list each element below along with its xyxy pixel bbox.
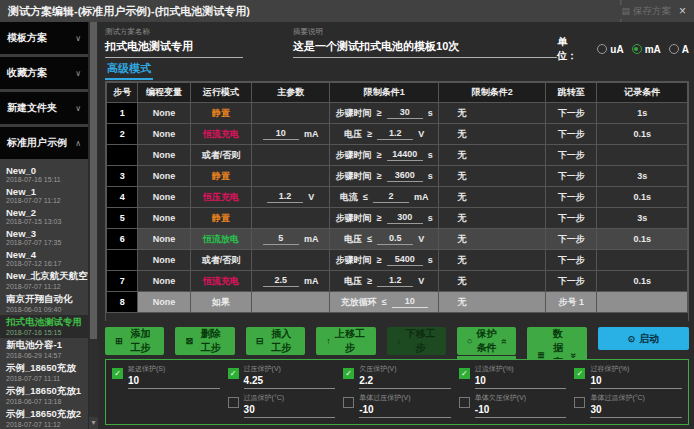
plan-name-input[interactable]: 扣式电池测试专用 bbox=[105, 39, 243, 58]
protection-value-input[interactable]: 30 bbox=[590, 403, 682, 418]
sidebar-plan-item[interactable]: 南京开翔自动化2018-06-01 09:40 bbox=[0, 292, 88, 315]
jump-to-cell[interactable]: 步号 1 bbox=[546, 292, 597, 313]
table-row[interactable]: None或者/否则步骤时间≥14400s无下一步 bbox=[107, 145, 688, 166]
run-mode-cell[interactable]: 静置 bbox=[190, 103, 252, 124]
limit-condition1-cell[interactable]: 步骤时间≥14400s bbox=[330, 145, 439, 166]
sidebar-plan-item[interactable]: New_北京航天航空2018-07-07 11:12 bbox=[0, 269, 88, 292]
protection-checkbox[interactable] bbox=[574, 397, 585, 408]
sidebar-group-4[interactable]: 标准用户示例∧ bbox=[0, 127, 88, 159]
sidebar-plan-item[interactable]: New_42018-07-12 16:17 bbox=[0, 248, 88, 269]
program-variable-cell[interactable]: None bbox=[138, 292, 190, 313]
jump-to-cell[interactable]: 下一步 bbox=[546, 250, 597, 271]
sidebar-scrollbar[interactable]: ▾ bbox=[88, 22, 98, 429]
limit-condition2-cell[interactable]: 无 bbox=[439, 103, 546, 124]
run-mode-cell[interactable]: 恒流放电 bbox=[190, 229, 252, 250]
record-condition-cell[interactable]: 3s bbox=[597, 208, 688, 229]
jump-to-cell[interactable]: 下一步 bbox=[546, 208, 597, 229]
jump-to-cell[interactable]: 下一步 bbox=[546, 229, 597, 250]
limit-condition1-cell[interactable]: 步骤时间≥5400s bbox=[330, 250, 439, 271]
table-row[interactable]: 3None静置步骤时间≥3600s无下一步3s bbox=[107, 166, 688, 187]
limit1-value-input[interactable]: 10 bbox=[392, 296, 428, 308]
table-row[interactable]: 1None静置步骤时间≥30s无下一步1s bbox=[107, 103, 688, 124]
program-variable-cell[interactable]: None bbox=[138, 250, 190, 271]
main-param-cell[interactable] bbox=[252, 208, 330, 229]
protection-checkbox[interactable]: ✓ bbox=[112, 368, 123, 379]
limit-condition2-cell[interactable]: 无 bbox=[439, 292, 546, 313]
run-mode-cell[interactable]: 如果 bbox=[190, 292, 252, 313]
protection-value-input[interactable]: 30 bbox=[244, 403, 336, 418]
limit-condition2-cell[interactable]: 无 bbox=[439, 145, 546, 166]
protection-checkbox[interactable] bbox=[228, 397, 239, 408]
program-variable-cell[interactable]: None bbox=[138, 103, 190, 124]
main-param-value-input[interactable]: 10 bbox=[263, 128, 299, 140]
record-condition-cell[interactable]: 0.1s bbox=[597, 271, 688, 292]
jump-to-cell[interactable]: 下一步 bbox=[546, 187, 597, 208]
limit1-value-input[interactable]: 14400 bbox=[387, 149, 423, 161]
program-variable-cell[interactable]: None bbox=[138, 271, 190, 292]
table-row[interactable]: 8None如果充放循环≤10无步号 1 bbox=[107, 292, 688, 313]
sidebar-group-1[interactable]: 模板方案∨ bbox=[0, 22, 88, 54]
protection-value-input[interactable]: -10 bbox=[359, 403, 451, 418]
plan-name-field[interactable]: 测试方案名称 扣式电池测试专用 bbox=[105, 27, 243, 58]
main-param-value-input[interactable]: 1.2 bbox=[267, 191, 303, 203]
limit-condition2-cell[interactable]: 无 bbox=[439, 166, 546, 187]
limit-condition1-cell[interactable]: 电压≥1.2V bbox=[330, 124, 439, 145]
main-param-cell[interactable] bbox=[252, 103, 330, 124]
sidebar-plan-item[interactable]: 示例_18650充放12018-06-07 13:18 bbox=[0, 384, 88, 407]
record-condition-cell[interactable] bbox=[597, 292, 688, 313]
add-step-button[interactable]: ⊞添加工步 bbox=[105, 327, 164, 355]
main-param-cell[interactable] bbox=[252, 145, 330, 166]
main-param-cell[interactable] bbox=[252, 250, 330, 271]
delete-step-button[interactable]: ⊠删除工步 bbox=[175, 327, 234, 355]
protection-checkbox[interactable]: ✓ bbox=[228, 368, 239, 379]
limit-condition2-cell[interactable]: 无 bbox=[439, 250, 546, 271]
protection-value-input[interactable]: 2.2 bbox=[359, 374, 451, 389]
program-variable-cell[interactable]: None bbox=[138, 208, 190, 229]
program-variable-cell[interactable]: None bbox=[138, 229, 190, 250]
sidebar-plan-item[interactable]: New_22018-07-15 13:03 bbox=[0, 206, 88, 227]
record-condition-cell[interactable]: 0.1s bbox=[597, 187, 688, 208]
program-variable-cell[interactable]: None bbox=[138, 166, 190, 187]
sidebar-group-3[interactable]: 新建文件夹∨ bbox=[0, 92, 88, 124]
jump-to-cell[interactable]: 下一步 bbox=[546, 271, 597, 292]
limit-condition2-cell[interactable]: 无 bbox=[439, 208, 546, 229]
table-row[interactable]: 6None恒流放电5mA电压≤0.5V无下一步0.1s bbox=[107, 229, 688, 250]
run-mode-cell[interactable]: 恒流充电 bbox=[190, 124, 252, 145]
protection-value-input[interactable]: 10 bbox=[475, 374, 567, 389]
table-row[interactable]: 5None静置步骤时间≥300s无下一步3s bbox=[107, 208, 688, 229]
protection-value-input[interactable]: 4.25 bbox=[244, 374, 336, 389]
limit-condition1-cell[interactable]: 电流≤2mA bbox=[330, 187, 439, 208]
protection-checkbox[interactable]: ✓ bbox=[459, 368, 470, 379]
run-mode-cell[interactable]: 恒流充电 bbox=[190, 271, 252, 292]
record-condition-cell[interactable]: 1s bbox=[597, 103, 688, 124]
limit1-value-input[interactable]: 5400 bbox=[387, 254, 423, 266]
limit1-value-input[interactable]: 2 bbox=[373, 191, 409, 203]
record-condition-cell[interactable]: 0.1s bbox=[597, 124, 688, 145]
sidebar-plan-item[interactable]: 扣式电池测试专用2018-07-16 15:15 bbox=[0, 315, 88, 338]
plan-desc-input[interactable]: 这是一个测试扣式电池的模板10次 bbox=[293, 39, 557, 58]
program-variable-cell[interactable]: None bbox=[138, 145, 190, 166]
jump-to-cell[interactable]: 下一步 bbox=[546, 166, 597, 187]
sidebar-plan-item[interactable]: 新电池分容-12018-06-29 14:57 bbox=[0, 338, 88, 361]
record-condition-cell[interactable] bbox=[597, 145, 688, 166]
protect-conditions-button[interactable]: ○保护条件» bbox=[457, 327, 516, 355]
limit-condition1-cell[interactable]: 充放循环≤10 bbox=[330, 292, 439, 313]
close-icon[interactable]: × bbox=[679, 4, 686, 18]
protection-checkbox[interactable] bbox=[459, 397, 470, 408]
sidebar-plan-item[interactable]: 示例_18650充放22018-07-07 11:12 bbox=[0, 407, 88, 429]
limit-condition1-cell[interactable]: 电压≥1.2V bbox=[330, 271, 439, 292]
limit-condition1-cell[interactable]: 步骤时间≥300s bbox=[330, 208, 439, 229]
jump-to-cell[interactable]: 下一步 bbox=[546, 124, 597, 145]
record-condition-cell[interactable] bbox=[597, 250, 688, 271]
run-mode-cell[interactable]: 或者/否则 bbox=[190, 145, 252, 166]
table-row[interactable]: 7None恒流充电2.5mA电压≥1.2V无下一步0.1s bbox=[107, 271, 688, 292]
tab-advanced-mode[interactable]: 高级模式 bbox=[105, 61, 153, 80]
main-param-cell[interactable]: 10mA bbox=[252, 124, 330, 145]
limit-condition1-cell[interactable]: 电压≤0.5V bbox=[330, 229, 439, 250]
main-param-cell[interactable] bbox=[252, 292, 330, 313]
main-param-cell[interactable]: 2.5mA bbox=[252, 271, 330, 292]
main-param-cell[interactable]: 5mA bbox=[252, 229, 330, 250]
run-mode-cell[interactable]: 恒压充电 bbox=[190, 187, 252, 208]
protection-checkbox[interactable]: ✓ bbox=[343, 368, 354, 379]
scrollbar-thumb[interactable] bbox=[90, 22, 97, 339]
